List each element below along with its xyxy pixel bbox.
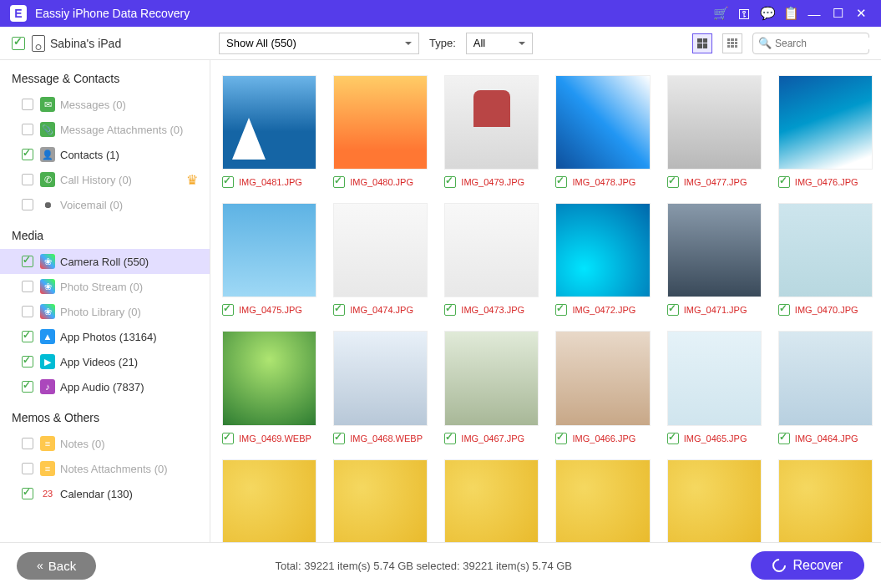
thumbnail-image[interactable] <box>778 203 873 297</box>
item-checkbox[interactable] <box>22 199 33 210</box>
thumbnail-image[interactable] <box>555 203 650 297</box>
item-checkbox[interactable] <box>22 306 33 317</box>
sidebar-item[interactable]: ⏺Voicemail (0) <box>0 192 210 217</box>
thumbnail-image[interactable] <box>333 459 428 542</box>
chat-icon[interactable]: 💬 <box>757 3 777 23</box>
search-box[interactable]: 🔍 <box>752 33 869 54</box>
search-input[interactable] <box>775 38 881 49</box>
thumbnail[interactable]: IMG_0475.JPG <box>222 203 316 316</box>
sidebar-item[interactable]: ▶App Videos (21) <box>0 349 210 374</box>
thumbnail-checkbox[interactable] <box>222 304 234 316</box>
thumbnail[interactable] <box>222 459 316 542</box>
thumbnail-checkbox[interactable] <box>444 433 456 444</box>
thumbnail[interactable]: IMG_0467.JPG <box>444 331 539 444</box>
thumbnail-image[interactable] <box>222 203 316 297</box>
thumbnail[interactable]: IMG_0472.JPG <box>555 203 650 316</box>
sidebar-item[interactable]: 👤Contacts (1) <box>0 142 210 167</box>
thumbnail-image[interactable] <box>778 75 873 170</box>
sidebar-item[interactable]: ▲App Photos (13164) <box>0 324 210 349</box>
thumbnail-checkbox[interactable] <box>667 433 679 444</box>
thumbnail[interactable]: IMG_0480.JPG <box>333 75 428 188</box>
minimize-button[interactable]: — <box>804 3 824 23</box>
list-view-button[interactable] <box>722 33 742 53</box>
grid-view-button[interactable] <box>692 33 712 53</box>
item-checkbox[interactable] <box>22 281 33 292</box>
thumbnail-checkbox[interactable] <box>555 176 567 188</box>
thumbnail-checkbox[interactable] <box>667 304 679 316</box>
thumbnail[interactable]: IMG_0465.JPG <box>667 331 762 444</box>
sidebar-item[interactable]: ≡Notes Attachments (0) <box>0 456 210 481</box>
sidebar-item[interactable]: ❀Photo Library (0) <box>0 299 210 324</box>
thumbnail-grid-wrapper[interactable]: IMG_0481.JPGIMG_0480.JPGIMG_0479.JPGIMG_… <box>210 60 881 542</box>
sidebar-item[interactable]: 23Calendar (130) <box>0 481 210 506</box>
thumbnail[interactable]: IMG_0474.JPG <box>333 203 428 316</box>
thumbnail[interactable]: IMG_0470.JPG <box>778 203 873 316</box>
thumbnail-image[interactable] <box>444 331 539 425</box>
thumbnail[interactable] <box>778 459 873 542</box>
thumbnail[interactable]: IMG_0479.JPG <box>444 75 539 188</box>
sidebar[interactable]: Message & Contacts✉Messages (0)📎Message … <box>0 60 210 542</box>
item-checkbox[interactable] <box>22 438 33 449</box>
thumbnail[interactable] <box>555 459 650 542</box>
item-checkbox[interactable] <box>22 174 33 185</box>
thumbnail-image[interactable] <box>667 331 762 425</box>
thumbnail-checkbox[interactable] <box>667 176 679 188</box>
thumbnail[interactable]: IMG_0478.JPG <box>555 75 650 188</box>
feedback-icon[interactable]: 📋 <box>781 3 801 23</box>
thumbnail[interactable]: IMG_0468.WEBP <box>333 331 428 444</box>
thumbnail[interactable]: IMG_0476.JPG <box>778 75 873 188</box>
thumbnail[interactable]: IMG_0466.JPG <box>555 331 650 444</box>
thumbnail-image[interactable] <box>667 459 762 542</box>
cart-icon[interactable]: 🛒 <box>711 3 731 23</box>
thumbnail[interactable]: IMG_0473.JPG <box>444 203 539 316</box>
thumbnail[interactable] <box>333 459 428 542</box>
item-checkbox[interactable] <box>22 463 33 474</box>
thumbnail[interactable] <box>444 459 539 542</box>
item-checkbox[interactable] <box>22 488 33 499</box>
thumbnail[interactable]: IMG_0469.WEBP <box>222 331 316 444</box>
thumbnail-checkbox[interactable] <box>778 304 790 316</box>
thumbnail[interactable]: IMG_0471.JPG <box>667 203 762 316</box>
type-filter-select[interactable]: All <box>466 33 533 54</box>
show-filter-select[interactable]: Show All (550) <box>219 33 419 54</box>
sidebar-item[interactable]: ✆Call History (0)♛ <box>0 167 210 192</box>
item-checkbox[interactable] <box>22 124 33 135</box>
thumbnail-image[interactable] <box>444 203 539 297</box>
thumbnail-image[interactable] <box>444 75 539 170</box>
thumbnail-checkbox[interactable] <box>555 304 567 316</box>
back-button[interactable]: « Back <box>17 552 96 580</box>
item-checkbox[interactable] <box>22 331 33 342</box>
thumbnail-checkbox[interactable] <box>778 433 790 444</box>
thumbnail-image[interactable] <box>778 459 873 542</box>
sidebar-item[interactable]: ✉Messages (0) <box>0 92 210 117</box>
thumbnail-checkbox[interactable] <box>555 433 567 444</box>
sidebar-item[interactable]: 📎Message Attachments (0) <box>0 117 210 142</box>
item-checkbox[interactable] <box>22 149 33 160</box>
close-button[interactable]: ✕ <box>851 3 871 23</box>
thumbnail-image[interactable] <box>778 331 873 425</box>
thumbnail-image[interactable] <box>555 75 650 170</box>
thumbnail-checkbox[interactable] <box>444 304 456 316</box>
thumbnail-image[interactable] <box>667 75 762 170</box>
thumbnail-checkbox[interactable] <box>222 433 234 444</box>
item-checkbox[interactable] <box>22 381 33 393</box>
item-checkbox[interactable] <box>22 99 33 110</box>
sidebar-item[interactable]: ♪App Audio (7837) <box>0 374 210 399</box>
thumbnail-image[interactable] <box>222 331 316 425</box>
thumbnail-image[interactable] <box>444 459 539 542</box>
thumbnail-checkbox[interactable] <box>333 176 345 188</box>
thumbnail-image[interactable] <box>555 459 650 542</box>
thumbnail[interactable]: IMG_0481.JPG <box>222 75 316 188</box>
thumbnail-image[interactable] <box>555 331 650 425</box>
sidebar-item[interactable]: ❀Photo Stream (0) <box>0 274 210 299</box>
thumbnail-image[interactable] <box>333 331 428 425</box>
thumbnail-checkbox[interactable] <box>333 304 345 316</box>
sidebar-item[interactable]: ≡Notes (0) <box>0 431 210 456</box>
thumbnail-image[interactable] <box>667 203 762 297</box>
sidebar-item[interactable]: ❀Camera Roll (550) <box>0 249 210 274</box>
thumbnail-checkbox[interactable] <box>333 433 345 444</box>
thumbnail-image[interactable] <box>333 75 428 170</box>
thumbnail[interactable] <box>667 459 762 542</box>
key-icon[interactable]: ⚿ <box>734 3 754 23</box>
item-checkbox[interactable] <box>22 356 33 368</box>
